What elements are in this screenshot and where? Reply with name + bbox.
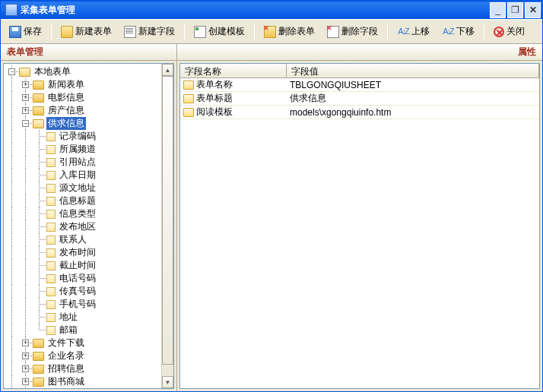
close-window-button[interactable]: ✕ — [525, 2, 541, 18]
field-icon — [46, 171, 56, 180]
property-name: 表单名称 — [196, 78, 233, 91]
scroll-thumb[interactable] — [162, 76, 173, 365]
property-value[interactable]: models\xgongqiuinfo.htm — [287, 107, 539, 118]
field-icon — [46, 210, 56, 219]
tree-node[interactable]: -供求信息 — [5, 117, 172, 130]
tree-node[interactable]: 传真号码 — [5, 285, 172, 298]
grid-row[interactable]: 表单标题供求信息 — [180, 92, 539, 106]
field-icon — [46, 326, 56, 335]
tree-node-label: 手机号码 — [58, 298, 97, 311]
template-icon — [194, 26, 206, 38]
tree-node[interactable]: 地址 — [5, 311, 172, 324]
minimize-button[interactable]: _ — [490, 2, 506, 18]
close-button[interactable]: 关闭 — [488, 22, 530, 41]
tree-node[interactable]: 发布地区 — [5, 220, 172, 233]
app-icon — [5, 4, 17, 16]
grid-header-name[interactable]: 字段名称 — [180, 64, 287, 77]
tree-view[interactable]: -本地表单+新闻表单+电影信息+房产信息-供求信息记录编码所属频道引用站点入库日… — [3, 63, 174, 389]
grid-header-value[interactable]: 字段值 — [287, 64, 539, 77]
tree-node-label: 地址 — [58, 311, 79, 324]
tree-node-label: 发布时间 — [58, 246, 97, 259]
field-icon — [46, 300, 56, 309]
tree-node[interactable]: 手机号码 — [5, 298, 172, 311]
tree-node[interactable]: +文件下载 — [5, 337, 172, 349]
tree-node[interactable]: 截止时间 — [5, 259, 172, 272]
tree-node-label: 截止时间 — [58, 259, 97, 272]
scroll-up-button[interactable]: ▲ — [162, 64, 173, 76]
tree-node[interactable]: +企业名录 — [5, 349, 172, 362]
tree-node[interactable]: 信息类型 — [5, 207, 172, 220]
property-value[interactable]: 供求信息 — [287, 92, 539, 105]
tree-node[interactable]: 信息标题 — [5, 194, 172, 207]
tree-node-label: 入库日期 — [58, 169, 97, 182]
tree-node-label: 源文地址 — [58, 182, 97, 194]
tree-node[interactable]: +新闻表单 — [5, 78, 172, 91]
tree-node-label: 本地表单 — [33, 65, 72, 78]
tree-node-label: 信息标题 — [58, 194, 97, 207]
delete-field-button[interactable]: 删除字段 — [322, 22, 383, 41]
folder-icon — [33, 365, 44, 374]
tree-node[interactable]: 记录编码 — [5, 130, 172, 143]
property-icon — [183, 81, 194, 90]
tree-node-label: 联系人 — [58, 233, 88, 246]
restore-button[interactable]: ❐ — [507, 2, 523, 18]
close-icon — [494, 27, 504, 37]
doc-icon — [124, 26, 136, 38]
tree-node-label: 淘宝信息 — [46, 388, 86, 389]
tree-node-label: 邮箱 — [58, 324, 79, 337]
save-icon — [9, 26, 21, 38]
tree-node[interactable]: +房产信息 — [5, 104, 172, 117]
field-icon — [46, 223, 56, 232]
property-name: 表单标题 — [196, 92, 233, 105]
field-icon — [46, 236, 56, 245]
move-up-button[interactable]: 上移 — [392, 22, 435, 41]
tree-node-label: 传真号码 — [58, 285, 97, 298]
move-down-button[interactable]: 下移 — [437, 22, 480, 41]
grid-row[interactable]: 表单名称TBLGONGQIUSHEET — [180, 78, 539, 92]
property-icon — [183, 94, 194, 103]
delete-form-button[interactable]: 删除表单 — [259, 22, 320, 41]
tree-node[interactable]: 所属频道 — [5, 143, 172, 156]
field-icon — [46, 313, 56, 322]
right-pane-header: 属性 — [177, 44, 542, 61]
grid-row[interactable]: 阅读模板models\xgongqiuinfo.htm — [180, 106, 539, 119]
tree-node-label: 电话号码 — [58, 272, 97, 285]
folder-icon — [33, 106, 44, 115]
tree-node[interactable]: +电影信息 — [5, 91, 172, 104]
tree-node[interactable]: 联系人 — [5, 233, 172, 246]
new-form-button[interactable]: 新建表单 — [56, 22, 117, 41]
folder-icon — [33, 93, 44, 103]
right-pane: 属性 字段名称 字段值 表单名称TBLGONGQIUSHEET表单标题供求信息阅… — [177, 44, 542, 391]
tree-node[interactable]: 源文地址 — [5, 182, 172, 194]
tree-node[interactable]: 电话号码 — [5, 272, 172, 285]
field-icon — [46, 184, 56, 193]
tree-node-label: 文件下载 — [46, 337, 86, 349]
property-name: 阅读模板 — [196, 106, 233, 119]
new-field-button[interactable]: 新建字段 — [119, 22, 180, 41]
scrollbar-vertical[interactable]: ▲ ▼ — [161, 64, 173, 388]
tree-node[interactable]: -本地表单 — [5, 65, 172, 78]
tree-node[interactable]: 入库日期 — [5, 169, 172, 182]
tree-node-label: 电影信息 — [46, 91, 86, 104]
tree-node-label: 企业名录 — [46, 349, 86, 362]
create-template-button[interactable]: 创建模板 — [189, 22, 250, 41]
tree-node[interactable]: 发布时间 — [5, 246, 172, 259]
field-icon — [46, 248, 56, 258]
toolbar: 保存 新建表单 新建字段 创建模板 删除表单 删除字段 上移 下移 关闭 — [1, 19, 542, 44]
sort-down-icon — [442, 26, 454, 38]
field-icon — [46, 261, 56, 270]
property-grid[interactable]: 字段名称 字段值 表单名称TBLGONGQIUSHEET表单标题供求信息阅读模板… — [179, 63, 540, 389]
tree-node[interactable]: 引用站点 — [5, 156, 172, 169]
field-icon — [46, 274, 56, 283]
tree-node-label: 记录编码 — [58, 130, 97, 143]
folder-icon — [33, 81, 44, 90]
scroll-down-button[interactable]: ▼ — [162, 376, 173, 388]
tree-node[interactable]: +招聘信息 — [5, 362, 172, 375]
tree-node[interactable]: +图书商城 — [5, 375, 172, 388]
titlebar: 采集表单管理 _ ❐ ✕ — [1, 1, 542, 19]
delete-form-icon — [264, 26, 276, 38]
save-button[interactable]: 保存 — [4, 22, 47, 41]
property-value[interactable]: TBLGONGQIUSHEET — [287, 80, 539, 90]
tree-node[interactable]: 邮箱 — [5, 324, 172, 337]
tree-node[interactable]: +淘宝信息 — [5, 388, 172, 389]
